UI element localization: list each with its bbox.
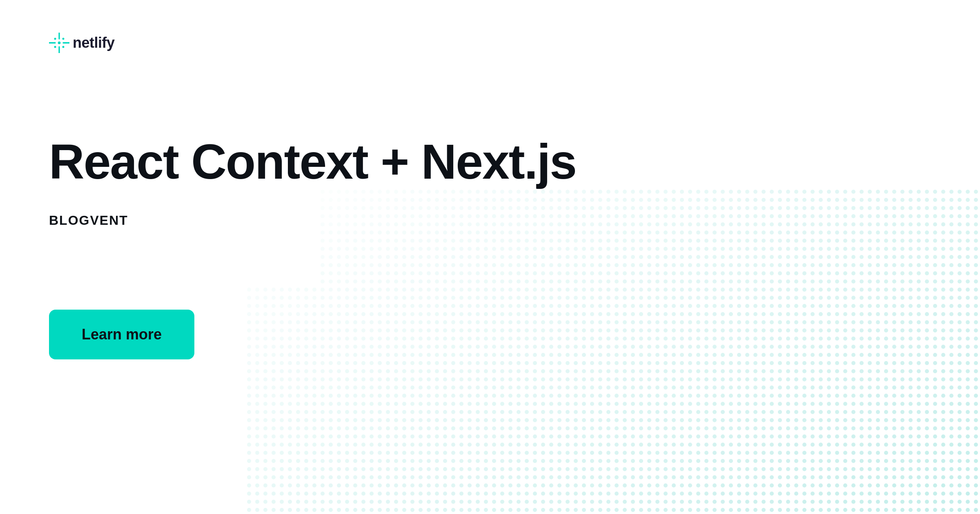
svg-point-2358 bbox=[541, 410, 545, 414]
svg-point-3372 bbox=[737, 500, 741, 504]
svg-point-3355 bbox=[598, 500, 602, 504]
svg-point-2803 bbox=[500, 451, 504, 455]
svg-point-3163 bbox=[500, 483, 504, 487]
svg-point-3488 bbox=[949, 508, 953, 512]
svg-point-3100 bbox=[721, 475, 725, 479]
svg-point-2441 bbox=[484, 418, 488, 422]
svg-point-2891 bbox=[484, 459, 488, 463]
svg-point-2255 bbox=[435, 402, 439, 406]
svg-point-3300 bbox=[884, 492, 888, 496]
svg-point-2938 bbox=[868, 459, 872, 463]
svg-point-2905 bbox=[598, 459, 602, 463]
svg-point-3471 bbox=[811, 508, 815, 512]
svg-point-2927 bbox=[778, 459, 782, 463]
svg-point-3000 bbox=[639, 467, 643, 471]
svg-point-2791 bbox=[402, 451, 406, 455]
svg-point-2709 bbox=[468, 443, 472, 447]
svg-point-3327 bbox=[370, 500, 374, 504]
svg-point-2287 bbox=[696, 402, 700, 406]
svg-point-3130 bbox=[966, 475, 970, 479]
svg-point-2698 bbox=[378, 443, 382, 447]
learn-more-button[interactable]: Learn more bbox=[49, 310, 194, 359]
svg-point-3376 bbox=[770, 500, 774, 504]
svg-point-2617 bbox=[451, 434, 455, 439]
svg-point-2922 bbox=[737, 459, 741, 463]
svg-point-3052 bbox=[329, 475, 333, 479]
svg-point-2649 bbox=[713, 434, 717, 439]
svg-point-3392 bbox=[900, 500, 904, 504]
svg-point-2483 bbox=[827, 418, 831, 422]
svg-point-2674 bbox=[917, 434, 921, 439]
svg-point-2697 bbox=[370, 443, 374, 447]
svg-point-2670 bbox=[884, 434, 888, 439]
svg-point-2636 bbox=[606, 434, 610, 439]
svg-point-3220 bbox=[966, 483, 970, 487]
svg-point-3228 bbox=[296, 492, 300, 496]
svg-point-3296 bbox=[851, 492, 855, 496]
svg-point-2597 bbox=[288, 434, 292, 439]
svg-point-2558 bbox=[704, 426, 708, 430]
svg-point-2284 bbox=[672, 402, 676, 406]
svg-point-2444 bbox=[508, 418, 512, 422]
svg-point-2734 bbox=[672, 443, 676, 447]
svg-point-2768 bbox=[949, 443, 953, 447]
svg-point-3485 bbox=[925, 508, 929, 512]
svg-point-2487 bbox=[860, 418, 864, 422]
svg-point-3390 bbox=[884, 500, 888, 504]
svg-point-3381 bbox=[811, 500, 815, 504]
svg-point-3369 bbox=[713, 500, 717, 504]
svg-point-2623 bbox=[500, 434, 504, 439]
svg-point-2763 bbox=[909, 443, 913, 447]
svg-point-3427 bbox=[451, 508, 455, 512]
svg-point-3039 bbox=[958, 467, 962, 471]
svg-point-3386 bbox=[851, 500, 855, 504]
svg-point-2796 bbox=[443, 451, 447, 455]
svg-point-3045 bbox=[272, 475, 276, 479]
svg-point-2591 bbox=[974, 426, 978, 430]
svg-point-2261 bbox=[484, 402, 488, 406]
svg-point-3088 bbox=[623, 475, 627, 479]
svg-point-2154 bbox=[345, 394, 349, 398]
svg-point-3460 bbox=[721, 508, 725, 512]
svg-point-2930 bbox=[802, 459, 806, 463]
svg-point-2643 bbox=[664, 434, 668, 439]
svg-point-2450 bbox=[557, 418, 561, 422]
svg-point-3139 bbox=[304, 483, 308, 487]
svg-point-2212 bbox=[819, 394, 823, 398]
svg-point-3269 bbox=[631, 492, 635, 496]
svg-point-3383 bbox=[827, 500, 831, 504]
svg-point-3287 bbox=[778, 492, 782, 496]
svg-point-2703 bbox=[419, 443, 423, 447]
svg-point-2571 bbox=[811, 426, 815, 430]
svg-point-2423 bbox=[337, 418, 341, 422]
svg-point-2370 bbox=[639, 410, 643, 414]
svg-point-3072 bbox=[492, 475, 496, 479]
svg-point-2499 bbox=[958, 418, 962, 422]
svg-point-3085 bbox=[598, 475, 602, 479]
svg-point-2974 bbox=[427, 467, 431, 471]
svg-point-2807 bbox=[533, 451, 537, 455]
svg-point-3437 bbox=[533, 508, 537, 512]
svg-point-3026 bbox=[851, 467, 855, 471]
svg-point-2331 bbox=[321, 410, 325, 414]
svg-point-2801 bbox=[484, 451, 488, 455]
svg-point-3297 bbox=[860, 492, 864, 496]
svg-point-2601 bbox=[321, 434, 325, 439]
svg-point-2574 bbox=[835, 426, 839, 430]
svg-point-2743 bbox=[745, 443, 749, 447]
svg-point-3155 bbox=[435, 483, 439, 487]
svg-point-3461 bbox=[729, 508, 733, 512]
svg-point-2466 bbox=[688, 418, 692, 422]
svg-point-3131 bbox=[974, 475, 978, 479]
svg-point-3462 bbox=[737, 508, 741, 512]
svg-point-2250 bbox=[394, 402, 398, 406]
svg-point-2913 bbox=[664, 459, 668, 463]
svg-point-2658 bbox=[786, 434, 790, 439]
svg-point-3062 bbox=[410, 475, 414, 479]
svg-point-2397 bbox=[860, 410, 864, 414]
svg-point-2940 bbox=[884, 459, 888, 463]
svg-point-3207 bbox=[860, 483, 864, 487]
svg-point-2301 bbox=[811, 402, 815, 406]
svg-point-2537 bbox=[533, 426, 537, 430]
svg-point-2228 bbox=[949, 394, 953, 398]
